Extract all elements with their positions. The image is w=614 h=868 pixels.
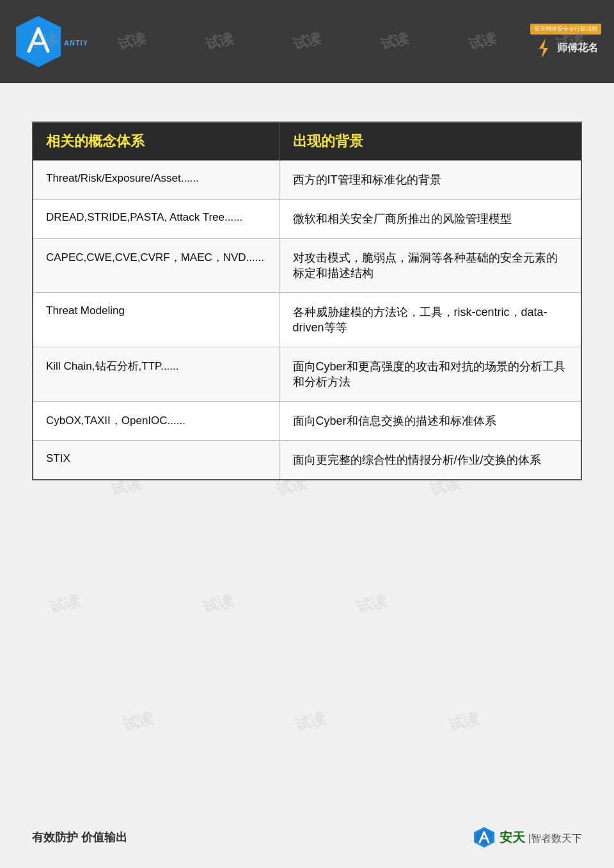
table-cell-right-5: 面向Cyber和信息交换的描述和标准体系 [279, 402, 581, 441]
table-cell-left-0: Threat/Risk/Exposure/Asset...... [33, 161, 279, 200]
header-right-logo: 安天网络安全令行章四图 师傅花名 [530, 24, 601, 59]
watermark-4: 试读 [291, 29, 323, 54]
table-cell-left-2: CAPEC,CWE,CVE,CVRF，MAEC，NVD...... [33, 239, 279, 293]
footer-slogan: 有效防护 价值输出 [32, 830, 127, 845]
body-watermark-16: 试读 [354, 590, 389, 617]
col-header-right: 出现的背景 [279, 122, 581, 161]
footer-logo-icon [473, 826, 496, 849]
watermark-5: 试读 [379, 29, 411, 54]
table-cell-left-4: Kill Chain,钻石分析,TTP...... [33, 347, 279, 402]
table-row: Threat Modeling各种威胁建模的方法论，工具，risk-centri… [33, 293, 581, 347]
watermark-6: 试读 [466, 29, 498, 54]
logo-area: ANTIY [13, 13, 88, 70]
table-cell-left-1: DREAD,STRIDE,PASTA, Attack Tree...... [33, 200, 279, 239]
table-cell-right-3: 各种威胁建模的方法论，工具，risk-centric，data-driven等等 [279, 293, 581, 347]
logo-text: ANTIY [64, 39, 88, 47]
body-watermark-15: 试读 [200, 590, 235, 617]
concept-table: 相关的概念体系 出现的背景 Threat/Risk/Exposure/Asset… [32, 122, 582, 480]
header-watermark: 试读 试读 试读 试读 试读 试读 试读 [0, 0, 614, 83]
table-cell-left-5: CybOX,TAXII，OpenIOC...... [33, 402, 279, 441]
table-row: DREAD,STRIDE,PASTA, Attack Tree......微软和… [33, 200, 581, 239]
main-content: 相关的概念体系 出现的背景 Threat/Risk/Exposure/Asset… [0, 83, 614, 506]
header-brand-name: 师傅花名 [557, 42, 598, 55]
table-row: Kill Chain,钻石分析,TTP......面向Cyber和更高强度的攻击… [33, 347, 581, 402]
body-watermark-18: 试读 [292, 707, 327, 735]
logo-hexagon [13, 13, 64, 70]
header-brand-icon [534, 37, 553, 59]
watermark-2: 试读 [116, 29, 148, 54]
col-header-left: 相关的概念体系 [33, 122, 279, 161]
table-cell-right-6: 面向更完整的综合性的情报分析/作业/交换的体系 [279, 441, 581, 480]
svg-marker-0 [16, 16, 61, 67]
table-cell-right-1: 微软和相关安全厂商所推出的风险管理模型 [279, 200, 581, 239]
svg-marker-4 [539, 38, 548, 58]
table-row: Threat/Risk/Exposure/Asset......西方的IT管理和… [33, 161, 581, 200]
body-watermark-19: 试读 [446, 707, 481, 735]
header-badge: 安天网络安全令行章四图 [530, 24, 601, 35]
table-row: STIX面向更完整的综合性的情报分析/作业/交换的体系 [33, 441, 581, 480]
table-cell-left-3: Threat Modeling [33, 293, 279, 347]
table-cell-right-0: 西方的IT管理和标准化的背景 [279, 161, 581, 200]
footer-brand: 安天 |智者数天下 [500, 829, 582, 846]
table-row: CAPEC,CWE,CVE,CVRF，MAEC，NVD......对攻击模式，脆… [33, 239, 581, 293]
footer: 有效防护 价值输出 安天 |智者数天下 [32, 826, 582, 849]
header: ANTIY 试读 试读 试读 试读 试读 试读 试读 安天网络安全令行章四图 师… [0, 0, 614, 83]
table-row: CybOX,TAXII，OpenIOC......面向Cyber和信息交换的描述… [33, 402, 581, 441]
body-watermark-17: 试读 [121, 707, 156, 735]
watermark-3: 试读 [203, 29, 235, 54]
body-watermark-14: 试读 [47, 590, 82, 617]
footer-logo: 安天 |智者数天下 [473, 826, 582, 849]
table-cell-right-4: 面向Cyber和更高强度的攻击和对抗的场景的分析工具和分析方法 [279, 347, 581, 402]
table-cell-left-6: STIX [33, 441, 279, 480]
table-cell-right-2: 对攻击模式，脆弱点，漏洞等各种基础的安全元素的标定和描述结构 [279, 239, 581, 293]
